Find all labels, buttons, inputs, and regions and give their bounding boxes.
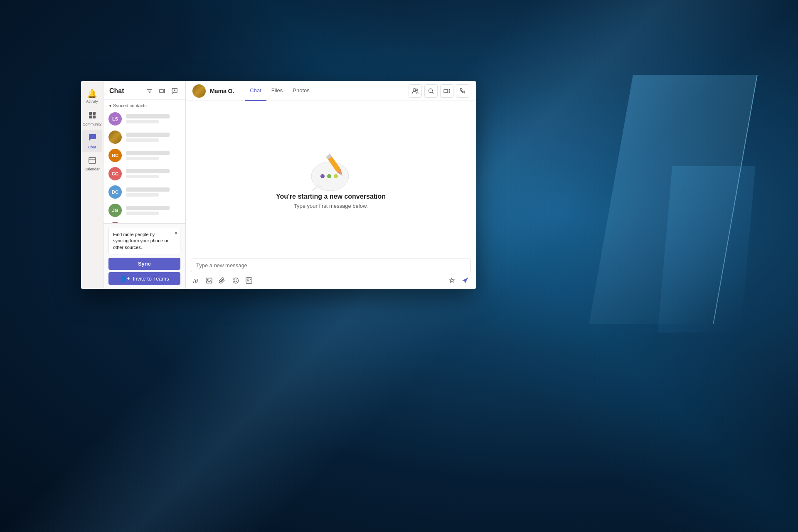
contact-name-blur [126, 169, 170, 173]
sticker-icon[interactable] [244, 276, 254, 286]
list-item[interactable]: LS [103, 110, 185, 128]
contact-info [126, 169, 180, 178]
invite-to-teams-button[interactable]: 👤+ Invite to Teams [108, 272, 180, 285]
contact-msg-blur [126, 175, 159, 178]
image-icon[interactable] [204, 276, 214, 286]
attach-icon[interactable] [217, 276, 227, 286]
filter-button[interactable] [145, 86, 155, 96]
contact-info [126, 206, 180, 215]
sidebar-item-calendar[interactable]: Calendar [82, 153, 102, 174]
svg-rect-0 [89, 112, 92, 115]
contact-msg-blur [126, 120, 159, 123]
svg-rect-11 [160, 89, 163, 93]
chat-main: Mama O. Chat Files Photos [186, 81, 476, 289]
sidebar-item-community[interactable]: Community [82, 108, 102, 129]
list-item[interactable]: LB [103, 219, 185, 223]
sidebar-item-chat[interactable]: Chat [82, 130, 102, 152]
contact-name-blur [126, 151, 170, 155]
chat-header-right [409, 84, 469, 98]
list-item[interactable]: JG [103, 201, 185, 219]
chat-header-left: Mama O. Chat Files Photos [192, 81, 315, 101]
list-item[interactable] [103, 128, 185, 146]
contact-msg-blur [126, 157, 159, 160]
contact-name-blur [126, 133, 170, 137]
sync-banner-close[interactable]: × [175, 230, 177, 237]
teams-window: 🔔 Activity Community Chat [81, 81, 476, 289]
chat-welcome-title: You're starting a new conversation [276, 193, 386, 200]
chat-welcome-subtitle: Type your first message below. [294, 203, 368, 209]
svg-point-21 [327, 174, 331, 178]
message-tools: A [191, 276, 254, 286]
chat-list-title: Chat [109, 87, 124, 95]
chat-nav-icon [88, 133, 97, 144]
list-item[interactable]: CG [103, 165, 185, 183]
contact-msg-blur [126, 212, 159, 215]
svg-rect-18 [444, 89, 448, 93]
svg-rect-39 [247, 281, 251, 282]
video-call-button[interactable] [440, 84, 453, 98]
svg-point-34 [234, 280, 235, 281]
list-item[interactable]: DC [103, 183, 185, 201]
bottom-panel: Find more people by syncing from your ph… [103, 223, 185, 289]
tab-photos[interactable]: Photos [288, 81, 314, 101]
avatar: BC [108, 149, 122, 162]
chat-header: Mama O. Chat Files Photos [186, 81, 476, 101]
community-icon [88, 111, 96, 121]
search-header-button[interactable] [424, 84, 438, 98]
contact-list: LS BC [103, 110, 185, 223]
light-beam-2 [658, 166, 756, 332]
avatar: DC [108, 185, 122, 199]
avatar: LS [108, 112, 122, 126]
message-input-area: A [186, 255, 476, 289]
header-tabs: Chat Files Photos [245, 81, 314, 101]
sidebar-nav: 🔔 Activity Community Chat [81, 81, 103, 289]
invite-label: Invite to Teams [133, 276, 169, 282]
tab-files[interactable]: Files [266, 81, 288, 101]
new-meeting-button[interactable] [157, 86, 167, 96]
svg-rect-3 [93, 116, 96, 118]
activity-icon: 🔔 [87, 89, 97, 99]
svg-point-35 [236, 280, 237, 281]
send-button[interactable] [459, 275, 471, 286]
chat-list-header: Chat [103, 81, 185, 100]
contact-info [126, 187, 180, 197]
svg-point-16 [429, 89, 433, 92]
svg-rect-31 [206, 278, 212, 283]
sidebar-label-calendar: Calendar [84, 167, 100, 171]
people-button[interactable] [409, 84, 422, 98]
sync-button[interactable]: Sync [108, 258, 180, 270]
contact-info [126, 133, 180, 142]
message-toolbar: A [191, 275, 471, 286]
new-chat-button[interactable] [170, 86, 180, 96]
sidebar-label-chat: Chat [88, 145, 96, 149]
synced-contacts-label: Synced contacts [103, 100, 185, 110]
chat-list-panel: Chat [103, 81, 186, 289]
format-text-icon[interactable]: A [191, 276, 201, 286]
contact-name-blur [126, 187, 170, 192]
tab-chat[interactable]: Chat [245, 81, 266, 101]
contact-info [126, 151, 180, 160]
svg-rect-1 [93, 112, 96, 115]
contact-avatar-large [192, 84, 206, 98]
svg-point-15 [416, 89, 418, 91]
sync-banner-text: Find more people by syncing from your ph… [113, 232, 176, 251]
audio-call-button[interactable] [456, 84, 469, 98]
svg-line-17 [432, 92, 434, 94]
contact-name-blur [126, 114, 170, 118]
list-item[interactable]: BC [103, 146, 185, 165]
svg-point-22 [334, 174, 338, 178]
sidebar-item-activity[interactable]: 🔔 Activity [82, 85, 102, 107]
avatar [108, 131, 122, 144]
message-input[interactable] [191, 259, 471, 272]
contact-msg-blur [126, 138, 159, 142]
svg-point-32 [207, 279, 209, 281]
contact-msg-blur [126, 193, 159, 197]
sidebar-label-community: Community [83, 122, 102, 126]
emoji-icon[interactable] [231, 276, 241, 286]
avatar: CG [108, 167, 122, 180]
urgent-icon[interactable] [447, 276, 457, 286]
svg-point-33 [233, 278, 239, 283]
sidebar-label-activity: Activity [86, 99, 98, 103]
svg-rect-2 [89, 116, 92, 118]
contact-name-blur [126, 206, 170, 210]
